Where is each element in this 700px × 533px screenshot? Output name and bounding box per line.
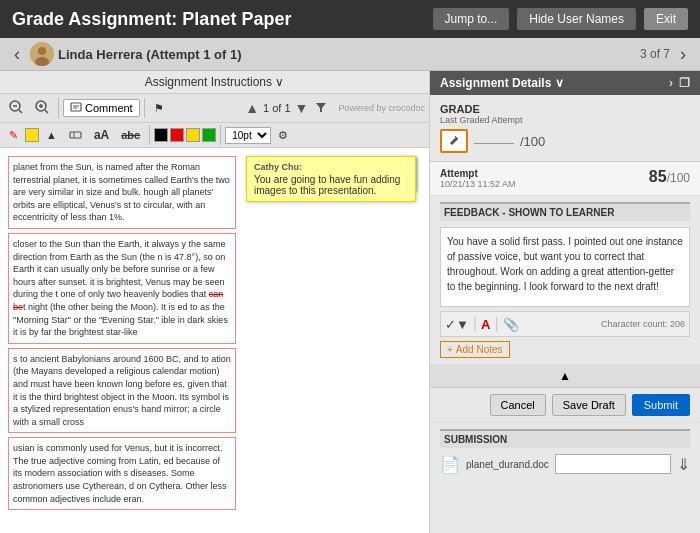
add-notes-row: + Add Notes: [440, 341, 690, 358]
instructions-label: Assignment Instructions ∨: [145, 75, 285, 89]
submission-file: 📄 planet_durand.doc ⇓: [440, 454, 690, 474]
toolbar-sep-4: [220, 125, 221, 145]
text-size-button[interactable]: aA: [89, 125, 114, 145]
attempt-score-display: 85/100: [649, 168, 690, 186]
file-name: planet_durand.doc: [466, 459, 549, 470]
document-content: planet from the Sun, is named after the …: [0, 148, 429, 533]
text-1: planet from the Sun, is named after the …: [13, 162, 230, 222]
grade-input-row: /100: [440, 129, 690, 153]
next-student-button[interactable]: ›: [674, 44, 692, 65]
pen-tool-button[interactable]: ✎: [4, 126, 23, 145]
next-page-button[interactable]: ▼: [295, 100, 309, 116]
header-actions: Jump to... Hide User Names Exit: [433, 8, 688, 30]
color-black[interactable]: [154, 128, 168, 142]
more-tools-button[interactable]: ⚙: [273, 126, 293, 145]
attach-button[interactable]: 📎: [503, 317, 519, 332]
text-block-2: closer to the Sun than the Earth, it alw…: [8, 233, 236, 344]
grade-edit-button[interactable]: [440, 129, 468, 153]
grade-label: GRADE: [440, 103, 690, 115]
text-block-3: s to ancient Babylonians around 1600 BC,…: [8, 348, 236, 434]
prev-student-button[interactable]: ‹: [8, 44, 26, 65]
zoom-in-button[interactable]: [30, 97, 54, 119]
annotation-author-3: Cathy Chu:: [254, 162, 408, 172]
color-yellow[interactable]: [186, 128, 200, 142]
hide-names-button[interactable]: Hide User Names: [517, 8, 636, 30]
annotations-column: Cathy Chu: Need a strong intro Cathy Chu…: [246, 156, 421, 518]
add-notes-icon: +: [447, 344, 453, 355]
svg-rect-14: [70, 132, 81, 138]
filter-button[interactable]: [310, 98, 332, 118]
prev-page-button[interactable]: ▲: [245, 100, 259, 116]
file-icon: 📄: [440, 455, 460, 474]
doc-main-text: planet from the Sun, is named after the …: [8, 156, 236, 518]
page-title: Grade Assignment: Planet Paper: [12, 9, 291, 30]
eraser-button[interactable]: [64, 126, 87, 144]
attempt-row: Attempt 10/21/13 11:52 AM 85/100: [440, 168, 690, 189]
student-avatar: [30, 42, 54, 66]
text-4: usian is commonly used for Venus, but it…: [13, 443, 227, 503]
color-green[interactable]: [202, 128, 216, 142]
submission-section: SUBMISSION 📄 planet_durand.doc ⇓: [430, 423, 700, 480]
right-panel: Assignment Details ∨ › ❐ GRADE Last Grad…: [430, 71, 700, 533]
expand-icon[interactable]: ›: [669, 76, 673, 90]
strikethrough-button[interactable]: abc: [116, 126, 145, 144]
page-nav: ▲ 1 of 1 ▼: [245, 100, 308, 116]
spellcheck-button[interactable]: ✓▼: [445, 317, 469, 332]
expand-button[interactable]: ▲: [430, 365, 700, 388]
svg-rect-10: [71, 103, 81, 111]
crocodoc-logo: Powered by crocodoc: [338, 103, 425, 113]
toolbar-separator: |: [473, 315, 477, 333]
submit-button[interactable]: Submit: [632, 394, 690, 416]
attempt-section: Attempt 10/21/13 11:52 AM 85/100: [430, 162, 700, 196]
color-swatch-yellow[interactable]: [25, 128, 39, 142]
doc-content-wrapper: planet from the Sun, is named after the …: [8, 156, 421, 518]
fullscreen-icon[interactable]: ❐: [679, 76, 690, 90]
svg-line-9: [45, 110, 48, 113]
attempt-score: 85: [649, 168, 667, 185]
feedback-text: You have a solid first pass. I pointed o…: [440, 227, 690, 307]
grade-value: [474, 139, 514, 144]
main-area: Assignment Instructions ∨ Comment ⚑ ▲ 1 …: [0, 71, 700, 533]
zoom-out-button[interactable]: [4, 97, 28, 119]
page-indicator: 1 of 1: [263, 102, 291, 114]
svg-marker-13: [316, 103, 326, 112]
text-block-1: planet from the Sun, is named after the …: [8, 156, 236, 229]
annotation-text-3: You are going to have fun adding images …: [254, 174, 408, 196]
font-size-select[interactable]: 10pt 12pt 14pt: [225, 127, 271, 144]
cancel-button[interactable]: Cancel: [490, 394, 546, 416]
font-color-button[interactable]: A: [481, 317, 490, 332]
text-3: s to ancient Babylonians around 1600 BC,…: [13, 354, 231, 427]
grade-section: GRADE Last Graded Attempt /100: [430, 95, 700, 162]
comment-button[interactable]: Comment: [63, 99, 140, 117]
toolbar-sep-2: [144, 98, 145, 118]
exit-button[interactable]: Exit: [644, 8, 688, 30]
file-input: [555, 454, 671, 474]
submission-header: SUBMISSION: [440, 429, 690, 448]
download-button[interactable]: ⇓: [677, 455, 690, 474]
add-notes-label: Add Notes: [456, 344, 503, 355]
attempt-score-total: /100: [667, 171, 690, 185]
attempt-info: Attempt 10/21/13 11:52 AM: [440, 168, 516, 189]
details-title: Assignment Details ∨: [440, 76, 564, 90]
annotation-3: Cathy Chu: You are going to have fun add…: [246, 156, 416, 202]
attempt-label: Attempt: [440, 168, 516, 179]
text-2-post: t night (the other being the Moon). It i…: [13, 302, 228, 337]
student-name: Linda Herrera (Attempt 1 of 1): [58, 47, 241, 62]
flag-button[interactable]: ⚑: [149, 99, 169, 118]
document-panel: Assignment Instructions ∨ Comment ⚑ ▲ 1 …: [0, 71, 430, 533]
comment-label: Comment: [85, 102, 133, 114]
action-buttons: Cancel Save Draft Submit: [430, 388, 700, 423]
color-red[interactable]: [170, 128, 184, 142]
instructions-bar[interactable]: Assignment Instructions ∨: [0, 71, 429, 94]
save-draft-button[interactable]: Save Draft: [552, 394, 626, 416]
highlight-button[interactable]: ▲: [41, 126, 62, 144]
toolbar-sep-3: [149, 125, 150, 145]
jump-to-button[interactable]: Jump to...: [433, 8, 510, 30]
feedback-section: FEEDBACK - SHOWN TO LEARNER You have a s…: [430, 196, 700, 365]
text-2-pre: closer to the Sun than the Earth, it alw…: [13, 239, 226, 299]
student-nav-bar: ‹ Linda Herrera (Attempt 1 of 1) 3 of 7 …: [0, 38, 700, 71]
doc-toolbar-2: ✎ ▲ aA abc 10pt 12pt 14pt ⚙: [0, 123, 429, 148]
feedback-toolbar: ✓▼ | A | 📎 Character count: 206: [440, 311, 690, 337]
add-notes-button[interactable]: + Add Notes: [440, 341, 510, 358]
student-counter: 3 of 7: [640, 47, 670, 61]
